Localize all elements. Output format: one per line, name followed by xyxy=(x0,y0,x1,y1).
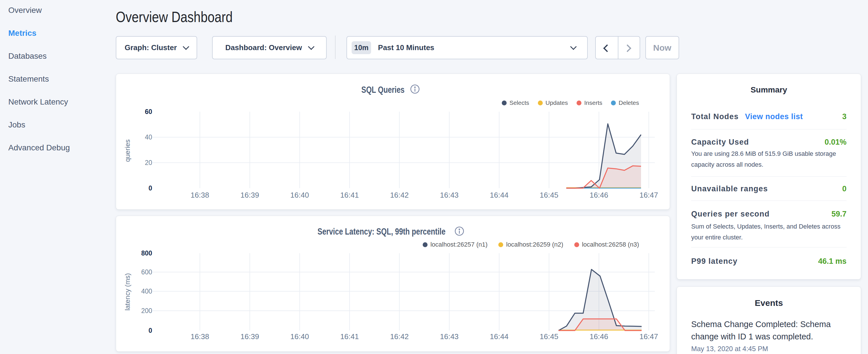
svg-text:16:38: 16:38 xyxy=(191,191,209,199)
svg-text:200: 200 xyxy=(141,307,152,315)
svg-text:16:41: 16:41 xyxy=(340,332,359,341)
svg-text:16:39: 16:39 xyxy=(241,191,259,199)
svg-text:20: 20 xyxy=(145,159,152,166)
svg-text:16:40: 16:40 xyxy=(290,332,309,341)
svg-text:16:43: 16:43 xyxy=(440,332,459,341)
svg-text:16:45: 16:45 xyxy=(539,332,558,341)
svg-text:60: 60 xyxy=(145,108,152,116)
svg-text:400: 400 xyxy=(141,288,152,295)
svg-text:0: 0 xyxy=(149,185,152,192)
svg-text:16:39: 16:39 xyxy=(241,332,259,341)
svg-text:40: 40 xyxy=(145,133,152,141)
svg-text:16:45: 16:45 xyxy=(539,191,558,199)
svg-text:600: 600 xyxy=(141,268,152,276)
svg-text:16:43: 16:43 xyxy=(440,191,459,199)
svg-text:0: 0 xyxy=(149,327,152,334)
svg-text:16:44: 16:44 xyxy=(490,191,508,199)
svg-text:16:38: 16:38 xyxy=(191,332,209,341)
svg-text:latency (ms): latency (ms) xyxy=(124,273,131,311)
svg-text:16:47: 16:47 xyxy=(639,332,658,341)
svg-text:16:46: 16:46 xyxy=(589,332,608,341)
svg-text:16:42: 16:42 xyxy=(390,332,409,341)
svg-text:16:41: 16:41 xyxy=(340,191,359,199)
svg-text:800: 800 xyxy=(141,250,152,257)
svg-text:16:40: 16:40 xyxy=(290,191,309,199)
svg-text:16:47: 16:47 xyxy=(639,191,658,199)
svg-text:16:42: 16:42 xyxy=(390,191,409,199)
svg-text:16:44: 16:44 xyxy=(490,332,508,341)
svg-text:16:46: 16:46 xyxy=(589,191,608,199)
svg-text:queries: queries xyxy=(124,139,131,162)
